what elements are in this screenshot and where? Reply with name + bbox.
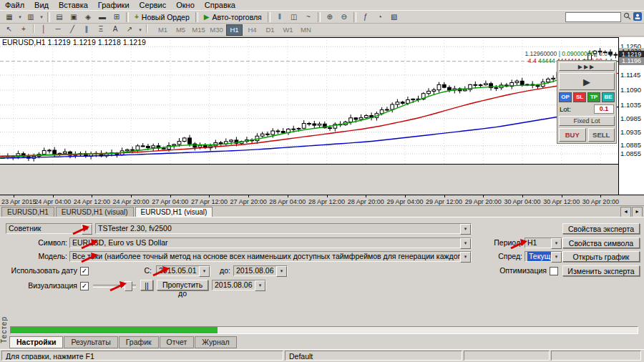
zoom-in-icon[interactable]: ⊕ xyxy=(323,11,336,22)
break-even-button[interactable]: BE xyxy=(602,92,615,102)
chart-tab-2[interactable]: EURUSD,H1 (visual) xyxy=(135,207,213,217)
tester-tab-3[interactable]: Отчет xyxy=(160,336,195,348)
new-order-button[interactable]: +Новый Ордер xyxy=(131,11,193,22)
model-select[interactable]: Все тики (наиболее точный метод на основ… xyxy=(69,251,472,262)
timeframe-h1-button[interactable]: H1 xyxy=(226,24,243,36)
menu-item-6[interactable]: Справка xyxy=(200,0,240,10)
vertical-line-icon[interactable]: │ xyxy=(37,24,50,34)
text-icon[interactable]: A xyxy=(109,24,122,34)
zoom-out-icon[interactable]: ⊖ xyxy=(338,11,351,22)
menu-item-3[interactable]: Графики xyxy=(93,0,135,10)
symbol-value: EURUSD, Euro vs US Dollar xyxy=(72,238,461,248)
cursor-icon[interactable]: ↖ xyxy=(3,24,16,34)
fibonacci-icon[interactable]: Ξ xyxy=(94,24,107,34)
fast-forward-button[interactable]: ▶▶▶ xyxy=(559,62,615,71)
pause-button[interactable]: || xyxy=(140,280,153,290)
time-label: 28 Apr 12:00 xyxy=(308,198,345,205)
timeframe-m15-button[interactable]: M15 xyxy=(190,24,207,36)
tab-scroll-left-icon[interactable]: ◂ xyxy=(620,207,631,217)
lot-value[interactable]: 0.1 xyxy=(594,104,614,114)
skip-to-button[interactable]: Пропустить до xyxy=(157,280,208,290)
tester-action-button-3[interactable]: Изменить эксперта xyxy=(562,265,640,276)
timeframe-m30-button[interactable]: M30 xyxy=(208,24,225,36)
profiles-dropdown-icon[interactable]: ▾ xyxy=(39,11,44,22)
skip-date-select[interactable]: 2015.08.06▾ xyxy=(212,280,266,290)
from-date-select[interactable]: 2015.05.01▾ xyxy=(156,265,210,276)
buy-button[interactable]: BUY xyxy=(559,128,586,142)
line-chart-icon[interactable]: ~ xyxy=(302,11,315,22)
menu-item-2[interactable]: Вставка xyxy=(54,0,93,10)
play-button[interactable]: ▶ xyxy=(559,73,615,90)
channel-icon[interactable]: ∥ xyxy=(80,24,93,34)
menu-item-0[interactable]: Файл xyxy=(0,0,29,10)
toolbar-separator xyxy=(126,12,129,22)
tester-tab-2[interactable]: График xyxy=(119,336,159,348)
tab-scroll-right-icon[interactable]: ▸ xyxy=(632,207,643,217)
lot-label: Lot: xyxy=(560,105,571,113)
optimization-checkbox[interactable] xyxy=(550,267,558,275)
stop-loss-button[interactable]: SL xyxy=(573,92,586,102)
community-icon[interactable] xyxy=(633,12,642,22)
timeframe-d1-button[interactable]: D1 xyxy=(262,24,278,36)
autotrading-button[interactable]: ▶Авто-торговля xyxy=(200,11,265,22)
time-tick xyxy=(131,195,132,197)
sell-button[interactable]: SELL xyxy=(588,128,615,142)
visualization-checkbox[interactable]: ✓ xyxy=(80,282,89,290)
period-select[interactable]: H1▾ xyxy=(525,238,562,248)
timeframe-m1-button[interactable]: M1 xyxy=(155,24,171,36)
timeframe-m5-button[interactable]: M5 xyxy=(172,24,189,36)
chart-tab-0[interactable]: EURUSD,H1 xyxy=(1,207,54,217)
visualization-slider[interactable] xyxy=(93,280,136,290)
tester-tab-1[interactable]: Результаты xyxy=(64,336,117,348)
tester-action-button-1[interactable]: Свойства символа xyxy=(562,238,640,248)
templates-icon[interactable]: ▧ xyxy=(388,11,401,22)
data-window-icon[interactable]: ▣ xyxy=(67,11,80,22)
time-tick xyxy=(209,195,210,197)
tester-action-button-2[interactable]: Открыть график xyxy=(562,251,640,262)
new-chart-icon[interactable]: ▦ xyxy=(3,11,16,22)
menu-item-5[interactable]: Окно xyxy=(171,0,200,10)
trendline-icon[interactable]: ╱ xyxy=(66,24,79,34)
search-input[interactable] xyxy=(565,12,621,22)
chart-tab-1[interactable]: EURUSD,H1 (visual) xyxy=(56,207,134,217)
expert-type-select[interactable]: Советник▾ xyxy=(6,223,93,234)
bars-chart-icon[interactable]: ‖ xyxy=(273,11,286,22)
tester-action-button-0[interactable]: Свойства эксперта xyxy=(562,223,640,234)
indicators-icon[interactable]: ƒ xyxy=(359,11,372,22)
tester-tab-4[interactable]: Журнал xyxy=(195,336,236,348)
profiles-icon[interactable]: ▥ xyxy=(24,11,37,22)
time-tick xyxy=(366,195,366,197)
timeframe-w1-button[interactable]: W1 xyxy=(280,24,296,36)
new-chart-dropdown-icon[interactable]: ▾ xyxy=(17,11,23,22)
visualization-label: Визуализация xyxy=(6,280,77,291)
take-profit-button[interactable]: TP xyxy=(587,92,600,102)
autotrading-button-label: Авто-торговля xyxy=(212,13,261,21)
horizontal-line-icon[interactable]: ─ xyxy=(52,24,64,34)
periods-icon[interactable]: ◔ xyxy=(374,11,386,22)
tester-tab-0[interactable]: Настройки xyxy=(9,336,63,348)
candles-chart-icon[interactable]: ◫ xyxy=(288,11,301,22)
crosshair-icon[interactable]: + xyxy=(17,24,30,34)
timeframe-h4-button[interactable]: H4 xyxy=(244,24,260,36)
expert-select[interactable]: TSTester 2.30, fv2500▾ xyxy=(95,223,472,234)
slider-handle[interactable] xyxy=(125,281,132,291)
strategy-tester-icon[interactable]: ⊞ xyxy=(110,11,123,22)
menu-item-1[interactable]: Вид xyxy=(29,0,54,10)
fixed-lot-button[interactable]: Fixed Lot xyxy=(559,116,615,126)
model-value: Все тики (наиболее точный метод на основ… xyxy=(72,252,461,261)
price-scale: 1.12501.11451.10901.10351.09851.09351.08… xyxy=(618,37,644,195)
market-watch-icon[interactable]: ▤ xyxy=(53,11,66,22)
symbol-select[interactable]: EURUSD, Euro vs US Dollar▾ xyxy=(69,238,472,248)
shapes-dropdown-icon[interactable]: ▾ xyxy=(137,25,143,36)
arrows-icon[interactable]: ↗ xyxy=(123,24,136,34)
search-icon[interactable] xyxy=(623,12,631,21)
timeframe-mn-button[interactable]: MN xyxy=(298,24,314,36)
use-date-checkbox[interactable]: ✓ xyxy=(80,267,89,275)
dropdown-icon: ▾ xyxy=(199,266,210,277)
navigator-icon[interactable]: ◈ xyxy=(82,11,94,22)
menu-item-4[interactable]: Сервис xyxy=(135,0,172,10)
open-order-button[interactable]: OP xyxy=(559,92,572,102)
to-date-select[interactable]: 2015.08.06▾ xyxy=(233,265,288,276)
terminal-icon[interactable]: ▬ xyxy=(96,11,109,22)
spread-select[interactable]: Текущий▾ xyxy=(525,251,562,262)
